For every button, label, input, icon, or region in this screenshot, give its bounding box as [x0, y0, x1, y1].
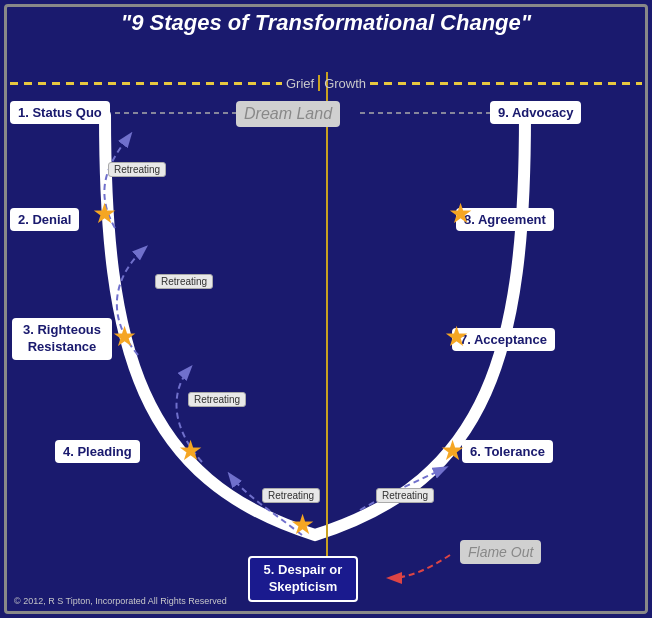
copyright: © 2012, R S Tipton, Incorporated All Rig…: [14, 595, 227, 609]
page-title: "9 Stages of Transformational Change": [0, 10, 652, 36]
grief-label: Grief: [282, 76, 318, 91]
retreating-3: Retreating: [188, 392, 246, 407]
dream-land-box: Dream Land: [236, 101, 340, 127]
star-2: ★: [92, 200, 117, 228]
divider-line: [326, 72, 328, 588]
stage-5-box: 5. Despair orSkepticism: [248, 556, 358, 602]
retreating-4: Retreating: [262, 488, 320, 503]
retreating-1: Retreating: [108, 162, 166, 177]
star-4: ★: [178, 437, 203, 465]
star-6: ★: [440, 437, 465, 465]
star-3: ★: [112, 323, 137, 351]
stage-4-box: 4. Pleading: [55, 440, 140, 463]
retreating-5: Retreating: [376, 488, 434, 503]
grief-growth-bar: Grief Growth: [10, 72, 642, 94]
retreating-2: Retreating: [155, 274, 213, 289]
stage-1-box: 1. Status Quo: [10, 101, 110, 124]
stage-2-box: 2. Denial: [10, 208, 79, 231]
flame-out-box: Flame Out: [460, 540, 541, 564]
stage-3-box: 3. RighteousResistance: [12, 318, 112, 360]
star-7: ★: [444, 323, 469, 351]
star-5: ★: [290, 511, 315, 539]
growth-label: Growth: [320, 76, 370, 91]
star-8: ★: [448, 200, 473, 228]
stage-9-box: 9. Advocacy: [490, 101, 581, 124]
stage-6-box: 6. Tolerance: [462, 440, 553, 463]
